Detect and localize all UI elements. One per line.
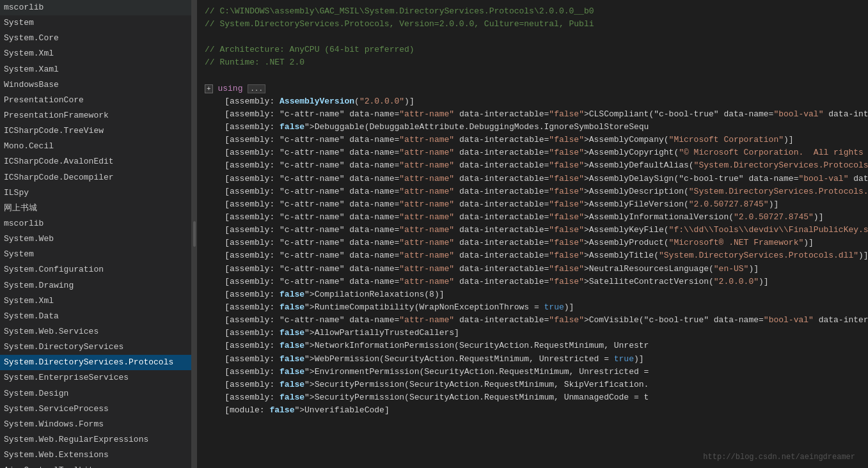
string-val: "c-attr-name" (280, 225, 344, 235)
code-line: // System.DirectoryServices.Protocols, V… (205, 18, 868, 31)
assembly-line: [assembly: false">RuntimeCompatibility (205, 302, 414, 312)
code-line: [assembly: "c-attr-name" data-name="attr… (205, 198, 868, 211)
tree-item[interactable]: System.Web (0, 231, 191, 247)
code-line: [assembly: false">RuntimeCompatibility(W… (205, 301, 868, 314)
tree-item[interactable]: System.DirectoryServices.Protocols (0, 355, 191, 370)
string-val: "false" (549, 212, 584, 222)
tree-item-label: System.Web (4, 234, 54, 244)
tree-item[interactable]: PresentationFramework (0, 108, 191, 123)
tree-item[interactable]: System (0, 247, 191, 262)
tree-item[interactable]: System.Data (0, 309, 191, 324)
plain-code: [assembly: false">Debuggable (205, 122, 365, 132)
string-val: "c-attr-name" (280, 135, 344, 144)
assembly-line: [assembly: "c-attr-name" data-name="attr… (205, 148, 674, 157)
string-val: "System.DirectoryServices.Protocols.dll" (659, 251, 858, 260)
attr-name: false (280, 393, 304, 402)
assembly-line: [assembly: "c-attr-name" data-name="attr… (205, 251, 654, 260)
tree-item[interactable]: System.Xml (0, 293, 191, 309)
assembly-line: [assembly: "c-attr-name" data-name="attr… (205, 225, 664, 235)
string-val: "c-attr-name" (280, 199, 344, 209)
tree-item[interactable]: System (0, 15, 191, 31)
comment-text: // Architecture: AnyCPU (64-bit preferre… (205, 45, 414, 54)
tree-item[interactable]: System.Web.Extensions (0, 448, 191, 463)
plain-code: [assembly: false">AllowPartiallyTrustedC… (205, 328, 454, 338)
tree-item[interactable]: Mono.Cecil (0, 139, 191, 154)
string-val: "bool-val" (773, 109, 823, 119)
tree-item[interactable]: System.Design (0, 386, 191, 402)
left-panel[interactable]: mscorlibSystemSystem.CoreSystem.XmlSyste… (0, 0, 192, 468)
expand-btn[interactable]: + (205, 84, 213, 93)
tree-item-label: ICSharpCode.TreeView (4, 126, 104, 136)
attr-name: false (280, 328, 304, 338)
code-line: [assembly: "c-attr-name" data-name="attr… (205, 159, 868, 172)
using-keyword: using (217, 84, 242, 93)
string-val: "2.0.50727.8745" (734, 212, 814, 222)
tree-item-label: System.Web.Extensions (4, 450, 109, 460)
tree-item[interactable]: System.Xml (0, 46, 191, 61)
string-val: "attr-name" (399, 251, 454, 260)
string-val: "c-attr-name" (280, 148, 344, 157)
plain-code: [assembly: false">CompilationRelaxations (205, 290, 424, 299)
string-val: "c-attr-name" (280, 212, 344, 222)
tree-item-label: 网上书城 (4, 203, 37, 213)
tree-item[interactable]: ICSharpCode.Decompiler (0, 170, 191, 185)
assembly-line: [assembly: "c-attr-name" data-name="attr… (205, 238, 664, 247)
string-val: "Microsoft® .NET Framework" (669, 238, 804, 247)
tree-item[interactable]: mscorlib (0, 0, 191, 15)
tree-item[interactable]: System.Configuration (0, 262, 191, 277)
tree-item-label: System.Data (4, 311, 59, 321)
using-dots[interactable]: ... (248, 84, 265, 93)
splitter[interactable] (192, 0, 197, 468)
tree-item[interactable]: System.Web.Services (0, 324, 191, 339)
right-panel[interactable]: // C:\WINDOWS\assembly\GAC_MSIL\System.D… (197, 0, 868, 468)
tree-item[interactable]: 网上书城 (0, 201, 191, 216)
string-val: "false" (549, 187, 584, 196)
string-val: "attr-name" (399, 160, 454, 170)
string-val: "c-bool-true" (654, 109, 718, 119)
plain-code: [assembly: false">SecurityPermission (205, 380, 404, 389)
string-val: "false" (549, 174, 584, 183)
code-line: [assembly: "c-attr-name" data-name="attr… (205, 173, 868, 185)
bool-val: true (614, 354, 634, 364)
tree-item[interactable]: System.Xaml (0, 62, 191, 77)
string-val: "© Microsoft Corporation. All rights res… (679, 148, 868, 157)
string-val: "attr-name" (399, 277, 454, 286)
comment-text: // C:\WINDOWS\assembly\GAC_MSIL\System.D… (205, 6, 594, 16)
tree-item[interactable]: AjaxControlToolkit (0, 463, 191, 468)
string-val: "false" (549, 148, 584, 157)
tree-item-label: System.ServiceProcess (4, 404, 109, 414)
tree-item[interactable]: System.DirectoryServices (0, 339, 191, 355)
tree-item[interactable]: mscorlib (0, 216, 191, 231)
tree-item[interactable]: System.Drawing (0, 278, 191, 293)
string-val: "attr-name" (399, 212, 454, 222)
string-val: "attr-name" (399, 187, 454, 196)
tree-item-label: PresentationFramework (4, 111, 109, 120)
paren: ( (354, 97, 359, 106)
string-val: "attr-name" (399, 199, 454, 209)
tree-item-label: System.Web.Services (4, 327, 99, 336)
attr-name: false (280, 302, 304, 312)
code-line (205, 70, 868, 82)
tree-item[interactable]: PresentationCore (0, 93, 191, 108)
paren-close: )] (404, 97, 414, 106)
tree-item[interactable]: System.Core (0, 31, 191, 46)
tree-item[interactable]: System.Web.RegularExpressions (0, 432, 191, 448)
code-line: [assembly: false">CompilationRelaxations… (205, 288, 868, 301)
tree-item[interactable]: ILSpy (0, 185, 191, 201)
string-val: "false" (549, 277, 584, 286)
tree-item[interactable]: ICSharpCode.AvalonEdit (0, 154, 191, 169)
tree-item[interactable]: ICSharpCode.TreeView (0, 123, 191, 139)
tree-item[interactable]: System.EnterpriseServices (0, 370, 191, 386)
attr-name: false (280, 380, 304, 389)
code-line: [assembly: "c-attr-name" data-name="attr… (205, 276, 868, 288)
tree-item[interactable]: System.ServiceProcess (0, 402, 191, 417)
tree-item-label: System.Configuration (4, 265, 104, 274)
tree-item[interactable]: WindowsBase (0, 77, 191, 93)
attr-name: false (280, 122, 304, 132)
tree-item[interactable]: System.Windows.Forms (0, 417, 191, 432)
string-val: "Microsoft Corporation" (669, 135, 784, 144)
string-val: "c-attr-name" (280, 174, 344, 183)
string-val: "bool-val" (764, 315, 814, 325)
tree-item-label: System (4, 18, 34, 27)
code-line: [assembly: false">EnvironmentPermission(… (205, 366, 868, 378)
